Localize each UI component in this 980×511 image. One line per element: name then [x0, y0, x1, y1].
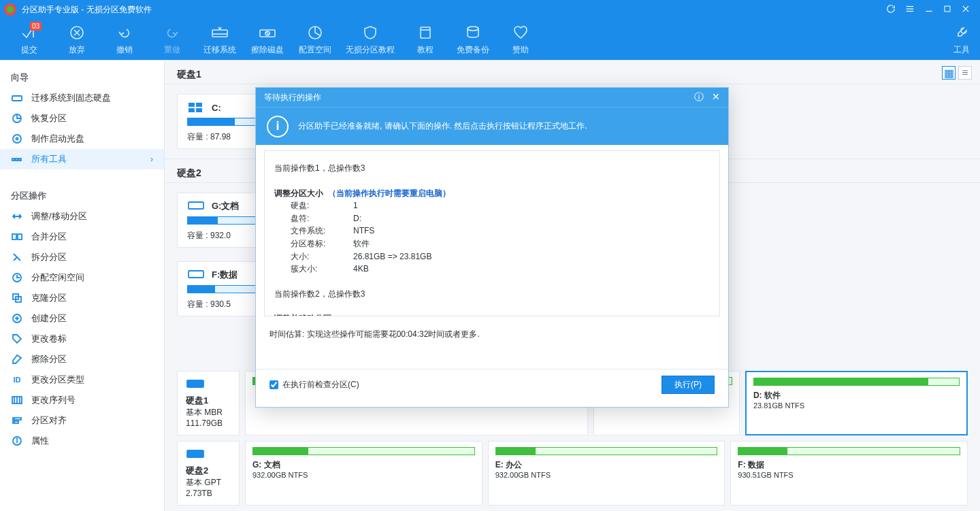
tag-icon	[11, 333, 23, 345]
sidebar-item-label[interactable]: 更改卷标	[0, 329, 164, 349]
sidebar-item-clone[interactable]: 克隆分区	[0, 288, 164, 308]
check-before-exec-checkbox[interactable]	[270, 380, 278, 389]
toolbar-course-part[interactable]: 无损分区教程	[339, 19, 402, 60]
svg-rect-26	[16, 159, 18, 161]
toolbar-migrate[interactable]: 迁移系统	[196, 19, 244, 60]
sidebar-item-type[interactable]: ID更改分区类型	[0, 369, 164, 390]
merge-icon	[11, 231, 23, 243]
svg-rect-18	[421, 27, 430, 38]
toolbar-donate[interactable]: 赞助	[497, 19, 544, 60]
book-icon	[418, 24, 433, 42]
diskmap-part-g[interactable]: G: 文档 932.00GB NTFS	[245, 441, 483, 506]
maximize-button[interactable]	[943, 5, 951, 14]
backup-icon	[466, 24, 480, 42]
toolbar-course[interactable]: 教程	[402, 19, 449, 60]
diskmap-disk1-meta[interactable]: 硬盘1 基本 MBR 111.79GB	[177, 371, 240, 435]
diskmap-disk2-meta[interactable]: 硬盘2 基本 GPT 2.73TB	[177, 441, 240, 506]
chevron-right-icon: ›	[150, 154, 153, 164]
disk-icon	[11, 92, 23, 104]
view-grid-icon[interactable]: ▦	[942, 66, 956, 80]
svg-rect-28	[12, 234, 16, 240]
disk-solid-icon	[186, 448, 231, 462]
svg-point-20	[468, 27, 478, 31]
dialog-help-icon[interactable]: ⓘ	[694, 91, 704, 103]
card-c-name: C:	[212, 103, 221, 113]
sidebar-item-resize[interactable]: 调整/移动分区	[0, 206, 164, 227]
clock-icon	[11, 271, 23, 284]
view-list-icon[interactable]: ≡	[958, 66, 972, 80]
toolbar-commit[interactable]: 03 提交	[5, 19, 53, 60]
sidebar-item-allocfree[interactable]: 分配空闲空间	[0, 267, 164, 288]
refresh-icon[interactable]	[886, 4, 896, 15]
svg-point-23	[13, 135, 21, 143]
toolbar-alloc[interactable]: 配置空间	[291, 19, 339, 60]
drive-icon	[187, 200, 205, 212]
toolbar-backup[interactable]: 免费备份	[449, 19, 497, 60]
check-before-exec[interactable]: 在执行前检查分区(C)	[270, 379, 359, 391]
svg-rect-52	[187, 380, 203, 387]
window-title: 分区助手专业版 - 无损分区免费软件	[22, 4, 152, 16]
svg-point-1	[7, 6, 14, 13]
resize-icon	[11, 210, 23, 222]
toolbar-undo[interactable]: 撤销	[101, 19, 148, 60]
diskmap-part-e[interactable]: E: 办公 932.00GB NTFS	[488, 441, 725, 506]
dialog-title: 等待执行的操作	[264, 92, 321, 103]
op1-header: 当前操作数1，总操作数3	[274, 162, 710, 175]
migrate-icon	[211, 24, 229, 42]
minimize-button[interactable]	[924, 4, 934, 15]
align-icon	[11, 414, 23, 427]
sidebar-item-split[interactable]: 拆分分区	[0, 247, 164, 267]
sidebar-item-ssd-migrate[interactable]: 迁移系统到固态硬盘	[0, 88, 164, 108]
sidebar-item-serial[interactable]: 更改序列号	[0, 390, 164, 410]
sidebar-item-prop[interactable]: 属性	[0, 431, 164, 451]
svg-line-16	[266, 32, 269, 35]
svg-rect-51	[189, 271, 203, 278]
sidebar-item-merge[interactable]: 合并分区	[0, 227, 164, 247]
toolbar: 03 提交 放弃 撤销 重做 迁移系统 擦除磁盘 配置空间 无损分区教程 教程 …	[0, 19, 980, 60]
eraser-icon	[11, 353, 23, 365]
dialog-close-icon[interactable]: ✕	[712, 91, 720, 103]
title-bar: 分区助手专业版 - 无损分区免费软件	[0, 0, 980, 19]
toolbar-discard[interactable]: 放弃	[53, 19, 101, 60]
sidebar: 向导 迁移系统到固态硬盘 恢复分区 制作启动光盘 所有工具› 分区操作 调整/移…	[0, 61, 165, 511]
shield-icon	[363, 24, 378, 42]
disk-solid-icon	[186, 378, 231, 392]
sidebar-item-recover[interactable]: 恢复分区	[0, 108, 164, 129]
diskmap-part-f[interactable]: F: 数据 930.51GB NTFS	[730, 441, 968, 506]
svg-rect-53	[187, 450, 203, 457]
svg-rect-27	[19, 159, 21, 161]
plus-circle-icon	[11, 312, 23, 325]
ops-heading: 分区操作	[0, 182, 164, 206]
disk1-title: 硬盘1	[165, 61, 980, 84]
hash-icon	[11, 394, 23, 406]
card-f-name: F:数据	[212, 269, 238, 281]
toolbar-redo[interactable]: 重做	[148, 19, 196, 60]
svg-rect-12	[212, 30, 227, 37]
close-button[interactable]	[961, 4, 970, 15]
toolbar-tools[interactable]: 工具	[943, 19, 980, 60]
info-icon	[11, 435, 23, 447]
wipe-icon	[259, 24, 276, 42]
redo-icon	[165, 24, 180, 42]
dots-icon	[11, 153, 23, 165]
sidebar-item-bootdisc[interactable]: 制作启动光盘	[0, 129, 164, 149]
split-icon	[11, 251, 23, 263]
operations-list[interactable]: 当前操作数1，总操作数3 调整分区大小 （当前操作执行时需要重启电脑） 硬盘:1…	[264, 150, 720, 316]
view-toggle: ▦ ≡	[942, 66, 972, 80]
dialog-banner: i 分区助手已经准备就绪, 请确认下面的操作. 然后点击执行按钮让程序正式地工作…	[256, 107, 728, 145]
dialog-title-bar[interactable]: 等待执行的操作 ⓘ ✕	[256, 88, 728, 107]
sidebar-item-create[interactable]: 创建分区	[0, 308, 164, 329]
windows-disk-icon	[187, 101, 205, 114]
menu-icon[interactable]	[905, 4, 915, 15]
sidebar-item-wipe-part[interactable]: 擦除分区	[0, 349, 164, 369]
sidebar-item-all-tools[interactable]: 所有工具›	[0, 149, 164, 169]
disc-icon	[11, 133, 23, 145]
svg-rect-42	[14, 421, 18, 423]
execute-button[interactable]: 执行(P)	[662, 376, 715, 394]
heart-icon	[513, 24, 528, 42]
drive-icon	[187, 269, 205, 281]
svg-rect-25	[12, 159, 14, 161]
toolbar-wipe[interactable]: 擦除磁盘	[244, 19, 291, 60]
sidebar-item-align[interactable]: 分区对齐	[0, 410, 164, 431]
diskmap-part-d[interactable]: D: 软件 23.81GB NTFS	[745, 371, 968, 435]
